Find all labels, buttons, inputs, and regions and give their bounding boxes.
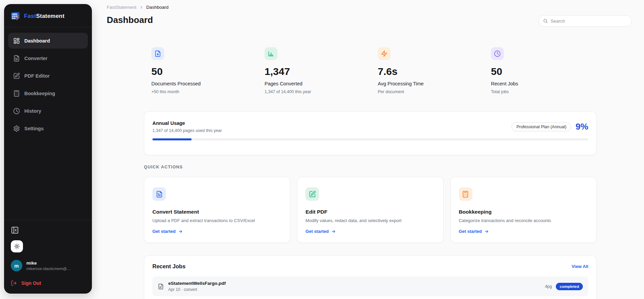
sidebar-item-label: Dashboard <box>24 38 50 44</box>
quick-action-convert-statement[interactable]: Convert Statement Upload a PDF and extra… <box>144 177 290 243</box>
app-logo[interactable]: FastStatement <box>4 4 92 27</box>
stat-documents-processed: 50 Documents Processed +50 this month <box>144 47 257 94</box>
stat-icon-box <box>265 47 277 60</box>
usage-text: Annual Usage 1,347 of 14,400 pages used … <box>152 120 222 133</box>
user-name: mike <box>26 261 71 266</box>
quick-action-bookkeeping[interactable]: Bookkeeping Categorize transactions and … <box>450 177 597 243</box>
stat-value: 50 <box>491 66 597 77</box>
sign-out-button[interactable]: Sign Out <box>11 280 85 286</box>
sidebar-item-dashboard[interactable]: Dashboard <box>8 33 88 49</box>
arrow-right-icon <box>331 229 336 234</box>
file-text-icon <box>13 55 20 62</box>
get-started-link[interactable]: Get started <box>305 229 435 234</box>
sidebar-item-settings[interactable]: Settings <box>8 120 88 136</box>
stat-value: 50 <box>151 66 257 77</box>
job-pages: 4pg <box>545 284 552 289</box>
sidebar-item-label: Settings <box>24 126 44 131</box>
stat-icon-box <box>491 47 504 60</box>
stat-sub: +50 this month <box>151 89 257 94</box>
app-logo-icon <box>11 11 20 21</box>
qa-icon-box <box>459 187 472 201</box>
stat-label: Recent Jobs <box>491 81 597 86</box>
sidebar-footer: m mike mikerose.idacticmem@… Sign Out <box>4 220 92 294</box>
qa-desc: Categorize transactions and reconcile ac… <box>459 218 588 223</box>
brand-fast: Fast <box>24 13 36 19</box>
sidebar-item-label: PDF Editor <box>24 73 50 79</box>
qa-title: Convert Statement <box>152 209 282 215</box>
sidebar-nav: Dashboard Converter PDF Editor Bookkeepi… <box>4 27 92 142</box>
stats-row: 50 Documents Processed +50 this month 1,… <box>144 47 597 94</box>
stat-sub: 1,347 of 14,400 this year <box>265 89 370 94</box>
log-out-icon <box>11 280 17 286</box>
sun-icon <box>14 243 20 249</box>
dashboard-icon <box>13 37 20 44</box>
edit-pen-icon <box>13 73 20 79</box>
sidebar-item-pdf-editor[interactable]: PDF Editor <box>8 68 88 84</box>
usage-title: Annual Usage <box>152 120 222 126</box>
stat-label: Avg Processing Time <box>378 81 484 86</box>
breadcrumb-current: Dashboard <box>146 5 169 10</box>
arrow-right-icon <box>484 229 489 234</box>
file-text-icon <box>156 191 163 198</box>
stat-label: Pages Converted <box>265 81 370 86</box>
get-started-link[interactable]: Get started <box>459 229 588 234</box>
qa-title: Bookkeeping <box>459 209 588 215</box>
sidebar-item-bookkeeping[interactable]: Bookkeeping <box>8 85 88 101</box>
panel-collapse-icon <box>11 226 19 234</box>
qa-desc: Modify values, redact data, and selectiv… <box>305 218 435 223</box>
clock-icon <box>494 50 501 57</box>
status-badge: completed <box>556 283 583 290</box>
get-started-link[interactable]: Get started <box>152 229 282 234</box>
user-info: mike mikerose.idacticmem@… <box>26 261 71 271</box>
user-profile[interactable]: m mike mikerose.idacticmem@… <box>11 260 85 271</box>
sidebar-item-history[interactable]: History <box>8 103 88 119</box>
qa-icon-box <box>305 187 319 201</box>
theme-toggle-button[interactable] <box>11 240 23 252</box>
bar-chart-icon <box>268 50 274 57</box>
zap-icon <box>381 50 388 57</box>
plan-badge: Professional Plan (Annual) <box>512 123 571 131</box>
file-up-icon <box>154 50 161 57</box>
sidebar-item-label: History <box>24 108 41 114</box>
stat-sub: Per document <box>378 89 484 94</box>
calculator-icon <box>13 90 20 97</box>
breadcrumb: FastStatement Dashboard <box>107 5 169 10</box>
main-content: FastStatement Dashboard Dashboard 50 Doc… <box>92 0 644 299</box>
sidebar-item-converter[interactable]: Converter <box>8 50 88 66</box>
qa-desc: Upload a PDF and extract transactions to… <box>152 218 282 223</box>
clock-icon <box>13 108 20 114</box>
job-row[interactable]: eStatementWellsFargo.pdf Apr 10 · conver… <box>152 276 588 296</box>
qa-icon-box <box>152 187 166 201</box>
view-all-link[interactable]: View All <box>572 264 588 269</box>
search-input[interactable] <box>551 19 627 24</box>
sidebar: FastStatement Dashboard Converter PDF Ed… <box>4 4 92 294</box>
job-filename: eStatementWellsFargo.pdf <box>168 281 226 286</box>
edit-pen-icon <box>309 191 316 198</box>
gear-icon <box>13 125 20 132</box>
job-meta: Apr 10 · convert <box>168 287 226 292</box>
brand-statement: Statement <box>36 13 65 19</box>
search-icon <box>543 18 548 24</box>
quick-actions-heading: QUICK ACTIONS <box>144 165 183 169</box>
usage-progress-fill <box>152 138 192 140</box>
job-text: eStatementWellsFargo.pdf Apr 10 · conver… <box>168 281 226 292</box>
stat-recent-jobs: 50 Recent Jobs Total jobs <box>484 47 597 94</box>
quick-action-edit-pdf[interactable]: Edit PDF Modify values, redact data, and… <box>297 177 443 243</box>
quick-actions-row: Convert Statement Upload a PDF and extra… <box>144 177 597 243</box>
search-box[interactable] <box>539 15 632 27</box>
usage-percent: 9% <box>575 121 588 132</box>
qa-cta-label: Get started <box>459 229 482 234</box>
calculator-icon <box>462 191 469 198</box>
app-title: FastStatement <box>24 13 65 20</box>
recent-jobs-title: Recent Jobs <box>152 263 185 270</box>
breadcrumb-root[interactable]: FastStatement <box>107 5 137 10</box>
sidebar-item-label: Bookkeeping <box>24 91 55 96</box>
stat-icon-box <box>378 47 391 60</box>
stat-label: Documents Processed <box>151 81 257 86</box>
stat-sub: Total jobs <box>491 89 597 94</box>
file-icon <box>158 283 164 290</box>
qa-cta-label: Get started <box>305 229 329 234</box>
collapse-sidebar-button[interactable] <box>11 226 20 235</box>
stat-avg-processing-time: 7.6s Avg Processing Time Per document <box>370 47 484 94</box>
sign-out-label: Sign Out <box>21 280 41 286</box>
